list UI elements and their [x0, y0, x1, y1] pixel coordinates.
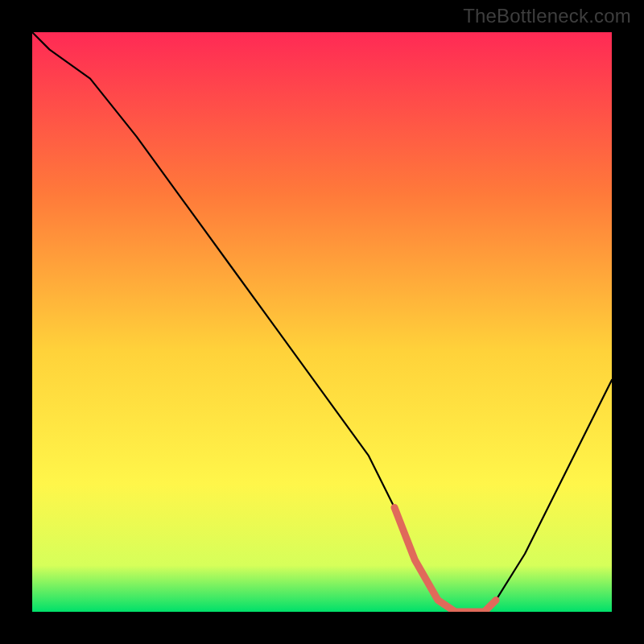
gradient-background — [32, 32, 612, 612]
chart-svg — [32, 32, 612, 612]
plot-area — [32, 32, 612, 612]
watermark-text: TheBottleneck.com — [463, 5, 631, 27]
chart-frame: TheBottleneck.com — [0, 0, 644, 644]
